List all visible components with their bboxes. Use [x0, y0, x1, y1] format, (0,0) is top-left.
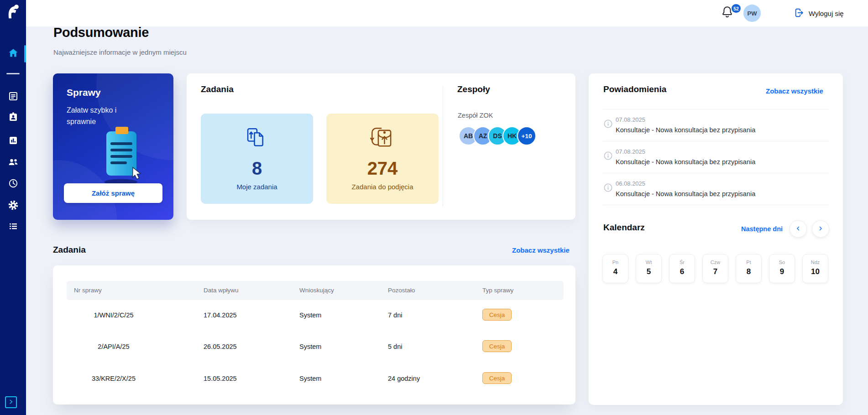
day-number: 7	[703, 267, 728, 276]
team-members-avatars[interactable]: AB AZ DS HK +10	[459, 126, 536, 145]
notification-message: Konsultacje - Nowa konsultacja bez przyp…	[616, 158, 755, 166]
case-type-badge: Cesja	[482, 372, 512, 384]
day-number: 9	[769, 267, 795, 276]
bar-chart-icon	[8, 135, 19, 148]
notifications-title: Powiadomienia	[603, 84, 666, 94]
user-avatar[interactable]: PW	[743, 5, 761, 22]
notification-item[interactable]: 06.08.2025 Konsultacje - Nowa konsultacj…	[603, 173, 829, 205]
calendar-day-cell[interactable]: Ndz 10	[802, 254, 828, 283]
day-number: 5	[636, 267, 661, 276]
forms-icon	[8, 91, 19, 104]
logout-button[interactable]: Wyloguj się	[794, 8, 844, 19]
sidebar-item-home[interactable]	[0, 44, 26, 64]
day-abbr: Wt	[636, 259, 661, 265]
cell-requester: System	[299, 375, 321, 382]
calendar-day-cell[interactable]: Śr 6	[669, 254, 695, 283]
cell-received-date: 15.05.2025	[204, 375, 237, 382]
sidebar-item-menu-list[interactable]	[0, 217, 26, 237]
tasks-table-card: Nr sprawy Data wpływu Wnioskujący Pozost…	[53, 265, 575, 405]
calendar-day-cell[interactable]: Wt 5	[636, 254, 662, 283]
available-tasks-label: Zadania do podjęcia	[326, 183, 439, 191]
notification-item[interactable]: 07.08.2025 Konsultacje - Nowa konsultacj…	[603, 109, 829, 141]
day-abbr: Ndz	[803, 259, 828, 265]
my-tasks-label: Moje zadania	[201, 183, 313, 191]
calendar-day-cell[interactable]: Pn 4	[602, 254, 628, 283]
day-abbr: Śr	[669, 259, 695, 265]
cell-remaining: 24 godziny	[388, 375, 420, 382]
clipboard-illustration	[89, 119, 157, 187]
calendar-next-days-link[interactable]: Następne dni	[741, 225, 783, 233]
vertical-divider	[443, 86, 443, 207]
chevron-left-icon	[795, 225, 801, 233]
tasks-summary-card: Zadania 8 Moje zadania 274 Zadania do po…	[187, 73, 575, 220]
copy-documents-icon	[244, 145, 270, 153]
my-tasks-tile[interactable]: 8 Moje zadania	[201, 114, 313, 204]
available-tasks-tile[interactable]: 274 Zadania do podjęcia	[326, 114, 439, 204]
notifications-count-badge: 52	[732, 4, 741, 13]
cell-requester: System	[299, 311, 321, 319]
calendar-day-cell[interactable]: So 9	[769, 254, 795, 283]
page-subtitle: Najważniejsze informacje w jednym miejsc…	[53, 48, 187, 56]
day-number: 8	[736, 267, 761, 276]
column-header: Data wpływu	[204, 287, 239, 294]
sidebar-divider	[6, 73, 20, 74]
sidebar-item-forms[interactable]	[0, 87, 26, 107]
teams-title: Zespoły	[457, 84, 490, 94]
notification-message: Konsultacje - Nowa konsultacja bez przyp…	[616, 190, 755, 197]
calendar-day-cell[interactable]: Czw 7	[702, 254, 728, 283]
notifications-button[interactable]: 52	[721, 5, 737, 22]
sidebar-item-settings[interactable]	[0, 196, 26, 216]
day-number: 6	[669, 267, 695, 276]
sidebar-item-clock[interactable]	[0, 174, 26, 194]
column-header: Pozostało	[388, 287, 415, 294]
cell-case-number: 2/API/A/25	[68, 343, 159, 350]
calendar-next-button[interactable]	[812, 220, 829, 238]
sidebar-item-contact-card[interactable]	[0, 108, 26, 128]
cell-requester: System	[299, 343, 321, 350]
bell-icon	[721, 13, 733, 21]
table-row[interactable]: 1/WNI/2/C/25 17.04.2025 System 7 dni Ces…	[53, 303, 575, 327]
logout-icon	[794, 8, 804, 19]
tasks-table-see-all-link[interactable]: Zobacz wszystkie	[512, 246, 570, 254]
tasks-table-title: Zadania	[53, 245, 86, 255]
notifications-see-all-link[interactable]: Zobacz wszystkie	[766, 87, 823, 95]
table-row[interactable]: 33/KRE/2/X/25 15.05.2025 System 24 godzi…	[53, 367, 575, 390]
chevron-right-icon	[817, 225, 824, 233]
sidebar-expand-button[interactable]	[5, 396, 17, 408]
case-type-badge: Cesja	[482, 340, 512, 352]
home-icon	[8, 47, 19, 60]
app-logo-icon[interactable]	[4, 2, 21, 20]
cell-case-number: 1/WNI/2/C/25	[68, 311, 159, 319]
users-icon	[7, 156, 19, 169]
column-header: Wnioskujący	[299, 287, 334, 294]
chevron-right-icon	[8, 399, 14, 406]
info-icon	[604, 119, 612, 130]
cell-received-date: 17.04.2025	[204, 311, 237, 319]
day-abbr: Pn	[603, 259, 628, 265]
notification-date: 07.08.2025	[616, 148, 645, 155]
right-panel: Powiadomienia Zobacz wszystkie 07.08.202…	[589, 73, 843, 405]
info-icon	[604, 151, 612, 162]
envelope-transfer-icon	[369, 145, 396, 153]
sidebar-item-users[interactable]	[0, 153, 26, 173]
column-header: Typ sprawy	[482, 287, 513, 294]
notification-item[interactable]: 07.08.2025 Konsultacje - Nowa konsultacj…	[603, 141, 829, 173]
my-tasks-count: 8	[201, 159, 313, 177]
members-overflow-avatar[interactable]: +10	[517, 126, 536, 145]
team-name: Zespół ZOK	[458, 112, 493, 119]
calendar-prev-button[interactable]	[790, 220, 807, 238]
calendar-day-cell[interactable]: Pt 8	[736, 254, 762, 283]
table-row[interactable]: 2/API/A/25 26.05.2025 System 5 dni Cesja	[53, 335, 575, 358]
page-title: Podsumowanie	[53, 25, 149, 40]
calendar-title: Kalendarz	[603, 223, 645, 233]
create-case-button[interactable]: Załóż sprawę	[64, 183, 162, 203]
cell-case-number: 33/KRE/2/X/25	[68, 375, 159, 382]
column-header: Nr sprawy	[74, 287, 102, 294]
case-type-badge: Cesja	[482, 309, 512, 321]
sidebar	[0, 0, 26, 415]
sidebar-item-bar-chart[interactable]	[0, 131, 26, 151]
cell-remaining: 5 dni	[388, 343, 402, 350]
day-abbr: Pt	[736, 259, 761, 265]
cell-received-date: 26.05.2025	[204, 343, 237, 350]
info-icon	[604, 183, 612, 194]
